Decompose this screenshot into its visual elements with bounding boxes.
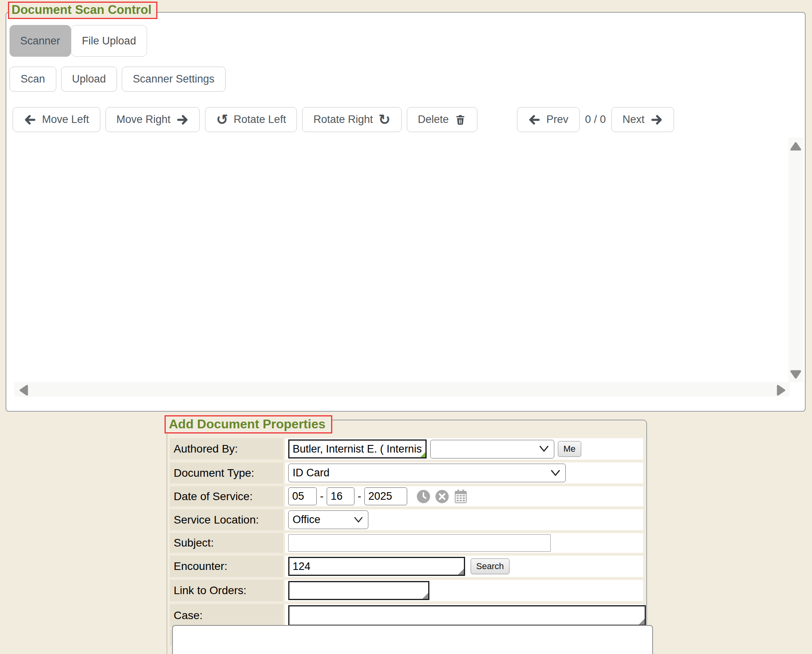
- encounter-label: Encounter:: [170, 556, 283, 577]
- document-properties-panel: Authored By: Me D: [167, 420, 647, 654]
- chevron-down-icon: [539, 445, 549, 453]
- resize-grip-icon[interactable]: [639, 619, 645, 625]
- table-row-case: Case:: [170, 604, 643, 627]
- move-left-button[interactable]: Move Left: [13, 107, 100, 132]
- next-button[interactable]: Next: [611, 107, 674, 132]
- delete-button[interactable]: Delete: [407, 107, 477, 132]
- service-location-value: Office: [293, 514, 320, 526]
- rotate-right-label: Rotate Right: [313, 113, 373, 126]
- image-toolbar: Move Left Move Right ↺ Rotate Left Rotat…: [13, 107, 477, 132]
- clear-date-icon[interactable]: [434, 489, 450, 504]
- scan-tabs: Scanner File Upload: [10, 25, 147, 57]
- scan-control-legend: Document Scan Control: [8, 2, 157, 19]
- prev-label: Prev: [546, 113, 569, 126]
- chevron-down-icon: [354, 517, 363, 523]
- clock-icon[interactable]: [416, 489, 431, 504]
- calendar-icon[interactable]: [453, 489, 469, 504]
- document-type-label: Document Type:: [170, 462, 283, 483]
- encounter-search-button[interactable]: Search: [471, 558, 509, 574]
- upload-button-label: Upload: [72, 73, 106, 85]
- scroll-left-icon[interactable]: [19, 385, 29, 397]
- encounter-input[interactable]: [289, 558, 464, 575]
- table-row-document-type: Document Type: ID Card: [170, 462, 643, 483]
- tab-scanner-label: Scanner: [20, 35, 60, 47]
- arrow-left-icon: [24, 114, 36, 125]
- scan-control-legend-text: Document Scan Control: [11, 3, 151, 17]
- case-input[interactable]: [289, 606, 645, 625]
- scan-button-label: Scan: [21, 73, 45, 85]
- authored-by-select[interactable]: [430, 440, 554, 458]
- tab-file-upload[interactable]: File Upload: [71, 25, 147, 57]
- document-type-value: ID Card: [293, 467, 329, 479]
- prev-button[interactable]: Prev: [517, 107, 580, 132]
- date-separator: -: [357, 490, 362, 502]
- subject-label: Subject:: [170, 533, 283, 553]
- me-button[interactable]: Me: [558, 441, 581, 457]
- subject-input[interactable]: [288, 534, 551, 552]
- upload-button[interactable]: Upload: [61, 67, 117, 92]
- move-right-label: Move Right: [117, 113, 171, 126]
- authored-by-label: Authored By:: [170, 438, 283, 460]
- scroll-right-icon[interactable]: [776, 385, 786, 397]
- link-to-orders-field-wrap: [288, 581, 429, 600]
- authored-by-field-wrap: [288, 439, 427, 458]
- add-document-properties-legend-text: Add Document Properties: [169, 417, 326, 432]
- table-row-date-of-service: Date of Service: - -: [170, 486, 643, 506]
- delete-label: Delete: [418, 113, 449, 126]
- link-to-orders-label: Link to Orders:: [170, 580, 283, 601]
- date-year-input[interactable]: [364, 487, 407, 505]
- date-separator: -: [320, 490, 324, 502]
- case-field-wrap: [288, 605, 646, 626]
- case-label: Case:: [170, 604, 283, 627]
- arrow-left-icon: [528, 114, 541, 125]
- move-right-button[interactable]: Move Right: [105, 107, 200, 132]
- table-row-authored-by: Authored By: Me: [170, 438, 643, 460]
- service-location-label: Service Location:: [170, 509, 283, 530]
- date-day-input[interactable]: [327, 487, 354, 505]
- resize-grip-icon[interactable]: [422, 593, 428, 599]
- rotate-right-icon: ↻: [378, 113, 390, 127]
- table-row-service-location: Service Location: Office: [170, 509, 643, 530]
- table-row-link-to-orders: Link to Orders:: [170, 580, 643, 601]
- link-to-orders-input[interactable]: [289, 582, 428, 599]
- table-row-subject: Subject:: [170, 533, 643, 553]
- encounter-field-wrap: [288, 557, 465, 576]
- trash-icon: [454, 114, 466, 126]
- document-scan-page: { "colors": { "page_bg": "#f2ecdf", "leg…: [0, 0, 812, 654]
- resize-grip-icon[interactable]: [458, 569, 464, 575]
- scanner-settings-label: Scanner Settings: [133, 73, 214, 85]
- scroll-down-icon[interactable]: [790, 370, 801, 381]
- document-type-select[interactable]: ID Card: [288, 464, 566, 482]
- scan-control-panel: Scanner File Upload Scan Upload Scanner …: [6, 12, 806, 412]
- rotate-right-button[interactable]: Rotate Right ↻: [302, 107, 401, 132]
- table-row-encounter: Encounter: Search: [170, 556, 643, 577]
- resize-grip-icon[interactable]: [420, 452, 425, 457]
- tab-scanner[interactable]: Scanner: [10, 25, 71, 57]
- rotate-left-icon: ↺: [216, 113, 228, 127]
- document-notes-textarea[interactable]: [172, 625, 653, 654]
- rotate-left-button[interactable]: ↺ Rotate Left: [205, 107, 297, 132]
- scroll-up-icon[interactable]: [790, 142, 801, 153]
- chevron-down-icon: [550, 470, 561, 477]
- arrow-right-icon: [650, 114, 663, 125]
- page-navigation: Prev 0 / 0 Next: [517, 107, 674, 132]
- page-counter: 0 / 0: [584, 113, 607, 126]
- horizontal-scrollbar[interactable]: [14, 382, 790, 397]
- date-of-service-label: Date of Service:: [170, 486, 283, 506]
- scanner-settings-button[interactable]: Scanner Settings: [122, 67, 226, 92]
- date-month-input[interactable]: [288, 487, 317, 505]
- authored-by-input[interactable]: [289, 441, 425, 457]
- scan-action-buttons: Scan Upload Scanner Settings: [10, 67, 226, 92]
- rotate-left-label: Rotate Left: [234, 113, 286, 126]
- tab-file-upload-label: File Upload: [82, 35, 136, 47]
- arrow-right-icon: [176, 114, 189, 125]
- vertical-scrollbar[interactable]: [788, 138, 803, 382]
- add-document-properties-legend: Add Document Properties: [165, 415, 332, 433]
- document-properties-table: Authored By: Me D: [168, 435, 645, 648]
- next-label: Next: [622, 113, 645, 126]
- scan-button[interactable]: Scan: [10, 67, 56, 92]
- move-left-label: Move Left: [42, 113, 89, 126]
- service-location-select[interactable]: Office: [288, 510, 368, 529]
